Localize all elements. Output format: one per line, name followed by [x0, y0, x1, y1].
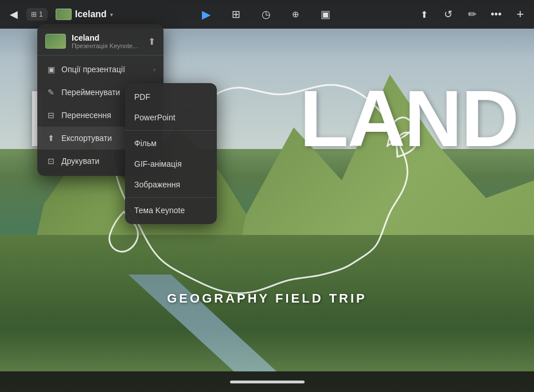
export-submenu: PDF PowerPoint Фільм GIF-анімація Зображ…: [125, 83, 217, 224]
export-gif[interactable]: GIF-анімація: [125, 154, 217, 174]
share-button[interactable]: ⬆: [415, 5, 433, 23]
export-film-label: Фільм: [134, 139, 157, 148]
doc-thumbnail: [56, 9, 72, 20]
menu-item-label: Опції презентації: [61, 65, 125, 74]
rename-icon: ✎: [45, 87, 57, 98]
chevron-down-icon: ▾: [110, 11, 113, 18]
slide-panel-toggle[interactable]: ⊞ 1: [26, 8, 48, 21]
move-icon: ⊟: [45, 109, 57, 121]
clock-icon: ◷: [262, 8, 271, 21]
slide-subtitle: GEOGRAPHY FIELD TRIP: [167, 291, 367, 306]
more-button[interactable]: •••: [487, 5, 505, 23]
export-theme-label: Тема Keynote: [134, 206, 185, 215]
menu-item-presentation-options[interactable]: ▣ Опції презентації ›: [37, 58, 163, 81]
home-indicator: [230, 381, 305, 383]
menu-doc-subtitle: Презентація Keynote...: [72, 42, 142, 49]
export-image-label: Зображення: [134, 180, 180, 189]
menu-item-label: Перенесення: [61, 111, 111, 120]
slides-grid-icon: ⊞: [31, 10, 37, 18]
menu-header: Iceland Презентація Keynote... ⬆: [37, 28, 163, 56]
export-film[interactable]: Фільм: [125, 133, 217, 154]
present-button[interactable]: ▣: [317, 5, 335, 23]
present-icon: ▣: [321, 8, 330, 21]
share-icon: ⬆: [420, 9, 428, 20]
menu-header-text: Iceland Презентація Keynote...: [72, 33, 142, 49]
menu-doc-title: Iceland: [72, 33, 142, 42]
document-title-button[interactable]: Iceland ▾: [51, 6, 118, 22]
table-icon: ⊞: [232, 8, 240, 21]
undo-button[interactable]: ↺: [439, 5, 457, 23]
export-gif-label: GIF-анімація: [134, 159, 182, 168]
submenu-chevron-icon: ›: [153, 66, 155, 73]
animate-button[interactable]: ◷: [257, 5, 275, 23]
export-powerpoint[interactable]: PowerPoint: [125, 107, 217, 128]
insert-button[interactable]: +: [511, 5, 529, 23]
doc-title-text: Iceland: [75, 9, 107, 19]
menu-upload-icon[interactable]: ⬆: [148, 36, 155, 47]
export-keynote-theme[interactable]: Тема Keynote: [125, 200, 217, 221]
play-button[interactable]: ▶: [197, 5, 216, 23]
insert-icon: +: [517, 7, 524, 22]
slide-title-part2: LAND: [299, 79, 518, 159]
brush-button[interactable]: ✏: [463, 5, 481, 23]
back-icon: ◀: [10, 8, 18, 21]
export-image[interactable]: Зображення: [125, 174, 217, 195]
export-powerpoint-label: PowerPoint: [134, 113, 176, 122]
link-button[interactable]: ⊕: [287, 5, 305, 23]
table-button[interactable]: ⊞: [227, 5, 245, 23]
bottom-bar: [0, 371, 534, 392]
export-icon: ⬆: [45, 132, 57, 144]
more-icon: •••: [491, 9, 502, 21]
print-icon: ⊡: [45, 155, 57, 167]
export-pdf-label: PDF: [134, 92, 150, 101]
presentation-options-icon: ▣: [45, 64, 57, 75]
menu-doc-thumbnail: [45, 34, 66, 49]
submenu-separator-2: [125, 197, 217, 198]
slide-number: 1: [39, 10, 43, 18]
submenu-separator: [125, 130, 217, 131]
brush-icon: ✏: [468, 8, 477, 21]
play-icon: ▶: [202, 7, 211, 21]
menu-item-label: Експортувати: [61, 134, 112, 143]
menu-item-label: Друкувати: [61, 156, 99, 166]
link-icon: ⊕: [292, 9, 299, 19]
export-pdf[interactable]: PDF: [125, 87, 217, 107]
back-button[interactable]: ◀: [5, 5, 23, 23]
menu-item-label: Перейменувати: [61, 88, 120, 97]
undo-icon: ↺: [444, 8, 453, 21]
